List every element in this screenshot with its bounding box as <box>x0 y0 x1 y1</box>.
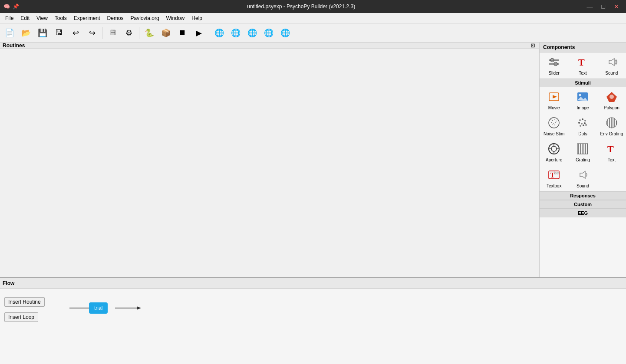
svg-point-58 <box>585 124 587 126</box>
globe3-button[interactable]: 🌐 <box>244 25 260 41</box>
svg-rect-43 <box>554 119 555 120</box>
menu-item-tools[interactable]: Tools <box>51 14 70 22</box>
svg-point-51 <box>582 118 583 120</box>
svg-text:beta: beta <box>554 171 560 175</box>
run-stop-button[interactable]: ⏹ <box>175 25 190 41</box>
redo-button[interactable]: ↪ <box>84 25 100 41</box>
run-button[interactable]: ▶ <box>191 25 207 41</box>
svg-marker-76 <box>137 306 141 310</box>
component-text-top-label: Text <box>579 71 586 75</box>
menu-item-window[interactable]: Window <box>163 14 188 22</box>
menu-item-view[interactable]: View <box>33 14 51 22</box>
undo-button[interactable]: ↩ <box>68 25 83 41</box>
text-icon: T <box>577 56 589 70</box>
monitor-button[interactable]: 🖥 <box>105 25 120 41</box>
movie-icon <box>548 91 560 105</box>
menu-bar: FileEditViewToolsExperimentDemosPavlovia… <box>0 13 626 23</box>
component-slider[interactable]: Slider <box>540 52 568 79</box>
svg-text:T: T <box>578 57 585 68</box>
menu-item-demos[interactable]: Demos <box>104 14 127 22</box>
sep1 <box>102 27 102 39</box>
flow-diagram: trial <box>69 297 622 360</box>
component-polygon[interactable]: Polygon <box>597 87 626 113</box>
svg-point-56 <box>580 125 581 127</box>
component-aperture-label: Aperture <box>546 157 562 162</box>
svg-point-62 <box>551 146 557 151</box>
globe4-button[interactable]: 🌐 <box>261 25 277 41</box>
component-dots[interactable]: Dots <box>568 113 597 139</box>
globe2-button[interactable]: 🌐 <box>228 25 244 41</box>
svg-point-52 <box>584 120 586 121</box>
menu-item-pavlovia.org[interactable]: Pavlovia.org <box>127 14 163 22</box>
svg-rect-48 <box>552 124 553 125</box>
svg-point-36 <box>579 94 581 96</box>
title-bar-left: 🧠 📌 <box>3 3 19 10</box>
component-text-stim[interactable]: T Text <box>597 139 626 165</box>
component-noisestim[interactable]: Noise Stim <box>540 113 568 139</box>
routines-panel: Routines ⊡ trial ✕ 0 <box>0 43 539 43</box>
grating-icon <box>577 143 589 157</box>
eeg-section-label: EEG <box>540 209 626 217</box>
close-button[interactable]: ✕ <box>610 2 623 11</box>
save-as-button[interactable]: 🖫 <box>51 25 67 41</box>
sep2 <box>139 27 139 39</box>
component-sound-top[interactable]: Sound <box>597 52 626 79</box>
maximize-button[interactable]: □ <box>598 2 609 11</box>
svg-rect-41 <box>550 119 551 120</box>
component-polygon-label: Polygon <box>604 105 619 110</box>
svg-rect-68 <box>577 144 588 154</box>
component-grating[interactable]: Grating <box>568 139 597 165</box>
textbox-icon: T beta <box>548 169 560 183</box>
component-aperture[interactable]: Aperture <box>540 139 568 165</box>
pin-icon: 📌 <box>13 3 19 10</box>
component-movie[interactable]: Movie <box>540 87 568 113</box>
component-envgrating[interactable]: Env Grating <box>597 113 626 139</box>
save-button[interactable]: 💾 <box>35 25 50 41</box>
component-image[interactable]: Image <box>568 87 597 113</box>
toolbar: 📄📂💾🖫↩↪🖥⚙🐍📦⏹▶🌐🌐🌐🌐🌐 <box>0 23 626 43</box>
svg-rect-42 <box>552 120 553 121</box>
polygon-icon <box>606 91 618 105</box>
svg-point-54 <box>581 123 583 125</box>
flow-svg <box>69 297 178 323</box>
component-image-label: Image <box>577 105 589 110</box>
stimuli-grid: Movie Image <box>540 87 626 191</box>
sound-stim-icon <box>577 169 589 183</box>
flow-content: Insert Routine Insert Loop trial <box>0 289 626 364</box>
insert-routine-button[interactable]: Insert Routine <box>4 297 45 307</box>
components-top-row: Slider T Text <box>540 52 626 79</box>
routines-label: Routines <box>3 43 25 49</box>
component-text-top[interactable]: T Text <box>568 52 597 79</box>
js-button[interactable]: 📦 <box>158 25 174 41</box>
components-panel: Components Slider <box>539 43 626 277</box>
image-icon <box>577 91 589 105</box>
menu-item-help[interactable]: Help <box>188 14 206 22</box>
trial-flow-box[interactable]: trial <box>89 302 108 314</box>
component-sound-stim-label: Sound <box>577 184 589 188</box>
svg-point-60 <box>606 118 617 128</box>
component-slider-label: Slider <box>548 71 560 75</box>
component-sound-top-label: Sound <box>605 71 618 75</box>
custom-section-label: Custom <box>540 200 626 209</box>
open-folder-button[interactable]: 📂 <box>18 25 34 41</box>
svg-rect-49 <box>554 125 555 125</box>
insert-loop-button[interactable]: Insert Loop <box>4 312 38 322</box>
python-button[interactable]: 🐍 <box>142 25 157 41</box>
menu-item-file[interactable]: File <box>2 14 17 22</box>
new-file-button[interactable]: 📄 <box>2 25 17 41</box>
globe5-button[interactable]: 🌐 <box>277 25 293 41</box>
component-textbox[interactable]: T beta Textbox <box>540 165 568 191</box>
globe1-button[interactable]: 🌐 <box>211 25 227 41</box>
menu-item-edit[interactable]: Edit <box>17 14 33 22</box>
component-sound-stim[interactable]: Sound <box>568 165 597 191</box>
title-bar-controls: — □ ✕ <box>583 2 623 11</box>
component-text-stim-label: Text <box>608 157 616 162</box>
svg-rect-44 <box>556 121 557 121</box>
menu-item-experiment[interactable]: Experiment <box>70 14 104 22</box>
settings-button[interactable]: ⚙ <box>121 25 137 41</box>
sep3 <box>209 27 209 39</box>
title-bar: 🧠 📌 untitled.psyexp - PsychoPy Builder (… <box>0 0 626 13</box>
routines-maximize-button[interactable]: ⊡ <box>529 43 537 49</box>
component-envgrating-label: Env Grating <box>600 131 623 136</box>
minimize-button[interactable]: — <box>583 2 596 11</box>
